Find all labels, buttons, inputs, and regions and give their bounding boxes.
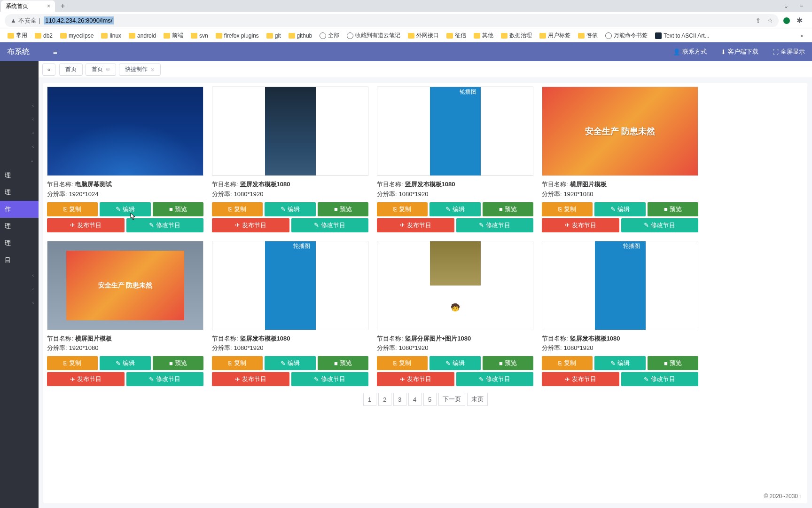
edit-button[interactable]: ✎编辑 (265, 356, 315, 370)
page-tab-active[interactable]: 快捷制作⊗ (119, 64, 161, 76)
edit-button[interactable]: ✎编辑 (594, 202, 645, 216)
client-download-button[interactable]: ⬇客户端下载 (721, 48, 758, 56)
edit-button[interactable]: ✎编辑 (429, 202, 480, 216)
publish-button[interactable]: ✈发布节目 (377, 372, 454, 386)
close-tab-icon[interactable]: ⊗ (150, 66, 155, 72)
bookmark-item[interactable]: git (264, 32, 284, 40)
window-minimize-icon[interactable]: － (798, 2, 805, 10)
bookmark-item[interactable]: android (126, 32, 159, 40)
modify-button[interactable]: ✎修改节目 (291, 218, 369, 232)
tabs-collapse-button[interactable]: « (42, 64, 55, 76)
copy-button[interactable]: ⎘复制 (542, 356, 593, 370)
bookmark-item[interactable]: svn (188, 32, 211, 40)
page-button[interactable]: 末页 (467, 393, 488, 406)
page-button[interactable]: 下一页 (438, 393, 465, 406)
edit-button[interactable]: ✎编辑 (100, 202, 150, 216)
sidebar-subitem[interactable]: 目 (0, 252, 39, 269)
bookmark-item[interactable]: 用户标签 (537, 31, 573, 40)
edit-button[interactable]: ✎编辑 (265, 202, 315, 216)
sidebar-item[interactable]: ‹ (0, 282, 39, 296)
modify-button[interactable]: ✎修改节目 (126, 218, 204, 232)
close-tab-icon[interactable]: × (47, 3, 50, 9)
publish-button[interactable]: ✈发布节目 (212, 372, 289, 386)
sidebar-item[interactable]: ‹ (0, 140, 39, 153)
sidebar-item[interactable]: ‹ (0, 99, 39, 112)
publish-button[interactable]: ✈发布节目 (542, 372, 619, 386)
template-thumbnail[interactable]: 🧒 (377, 241, 533, 330)
page-button[interactable]: 1 (363, 393, 376, 406)
sidebar-item-expanded[interactable]: ⌄ (0, 153, 39, 167)
copy-button[interactable]: ⎘复制 (212, 356, 263, 370)
bookmark-item[interactable]: 常用 (5, 31, 30, 40)
sidebar-subitem-active[interactable]: 作 (0, 201, 39, 218)
new-tab-button[interactable]: + (61, 2, 65, 10)
sidebar-subitem[interactable]: 理 (0, 235, 39, 252)
bookmark-item[interactable]: db2 (32, 32, 55, 40)
preview-button[interactable]: ■预览 (483, 356, 533, 370)
modify-button[interactable]: ✎修改节目 (126, 372, 204, 386)
bookmark-item[interactable]: 万能命令书签 (602, 31, 650, 40)
bookmark-item[interactable]: github (286, 32, 315, 40)
template-thumbnail[interactable]: 安全生产 防患未然 (47, 241, 203, 330)
modify-button[interactable]: ✎修改节目 (291, 372, 369, 386)
extension-green-icon[interactable] (783, 17, 790, 24)
preview-button[interactable]: ■预览 (153, 356, 203, 370)
bookmark-item[interactable]: Text to ASCII Art... (652, 32, 712, 40)
publish-button[interactable]: ✈发布节目 (542, 218, 619, 232)
preview-button[interactable]: ■预览 (153, 202, 203, 216)
page-button[interactable]: 3 (393, 393, 406, 406)
template-thumbnail[interactable] (212, 87, 368, 176)
template-thumbnail[interactable]: 轮播图 (377, 87, 533, 176)
bookmark-item[interactable]: 全部 (317, 31, 342, 40)
page-button[interactable]: 5 (423, 393, 437, 406)
browser-tab[interactable]: 系统首页 × (1, 0, 55, 12)
copy-button[interactable]: ⎘复制 (212, 202, 263, 216)
modify-button[interactable]: ✎修改节目 (456, 372, 534, 386)
menu-toggle-icon[interactable]: ≡ (53, 48, 57, 56)
bookmark-item[interactable]: 前端 (161, 31, 186, 40)
bookmark-item[interactable]: 耆依 (575, 31, 601, 40)
preview-button[interactable]: ■预览 (318, 202, 368, 216)
template-thumbnail[interactable]: 轮播图 (542, 241, 698, 330)
copy-button[interactable]: ⎘复制 (377, 356, 428, 370)
preview-button[interactable]: ■预览 (318, 356, 368, 370)
modify-button[interactable]: ✎修改节目 (621, 218, 699, 232)
url-input[interactable]: ▲ 不安全 | 110.42.234.26:8090/ims/ ⇪ ☆ (5, 14, 779, 27)
preview-button[interactable]: ■预览 (648, 356, 698, 370)
bookmarks-more-icon[interactable]: » (800, 32, 807, 39)
sidebar-item[interactable]: ‹ (0, 296, 39, 310)
copy-button[interactable]: ⎘复制 (377, 202, 428, 216)
edit-button[interactable]: ✎编辑 (100, 356, 150, 370)
preview-button[interactable]: ■预览 (483, 202, 533, 216)
template-thumbnail[interactable]: 轮播图 (212, 241, 368, 330)
bookmark-item[interactable]: firefox plugins (213, 32, 262, 40)
sidebar-item[interactable]: ‹ (0, 126, 39, 140)
publish-button[interactable]: ✈发布节目 (47, 372, 125, 386)
share-icon[interactable]: ⇪ (756, 17, 761, 24)
fullscreen-button[interactable]: ⛶全屏显示 (773, 48, 805, 56)
bookmark-item[interactable]: 数据治理 (498, 31, 535, 40)
copy-button[interactable]: ⎘复制 (47, 202, 98, 216)
publish-button[interactable]: ✈发布节目 (212, 218, 289, 232)
sidebar-subitem[interactable]: 理 (0, 218, 39, 235)
page-tab-home[interactable]: 首页 (59, 64, 83, 76)
bookmark-item[interactable]: linux (98, 32, 124, 40)
bookmark-item[interactable]: 收藏到有道云笔记 (344, 31, 403, 40)
modify-button[interactable]: ✎修改节目 (456, 218, 534, 232)
sidebar-subitem[interactable]: 理 (0, 184, 39, 201)
edit-button[interactable]: ✎编辑 (594, 356, 645, 370)
bookmark-item[interactable]: 外网接口 (405, 31, 442, 40)
page-button[interactable]: 4 (408, 393, 422, 406)
publish-button[interactable]: ✈发布节目 (47, 218, 125, 232)
sidebar-subitem[interactable]: 理 (0, 167, 39, 184)
preview-button[interactable]: ■预览 (648, 202, 698, 216)
edit-button[interactable]: ✎编辑 (429, 356, 480, 370)
bookmark-item[interactable]: 征信 (444, 31, 469, 40)
bookmark-item[interactable]: 其他 (471, 31, 496, 40)
window-chevron-icon[interactable]: ⌄ (783, 2, 789, 10)
contact-button[interactable]: 👤联系方式 (673, 48, 707, 56)
bookmark-item[interactable]: myeclipse (57, 32, 96, 40)
modify-button[interactable]: ✎修改节目 (621, 372, 699, 386)
extensions-icon[interactable]: ✱ (796, 16, 803, 25)
copy-button[interactable]: ⎘复制 (47, 356, 98, 370)
